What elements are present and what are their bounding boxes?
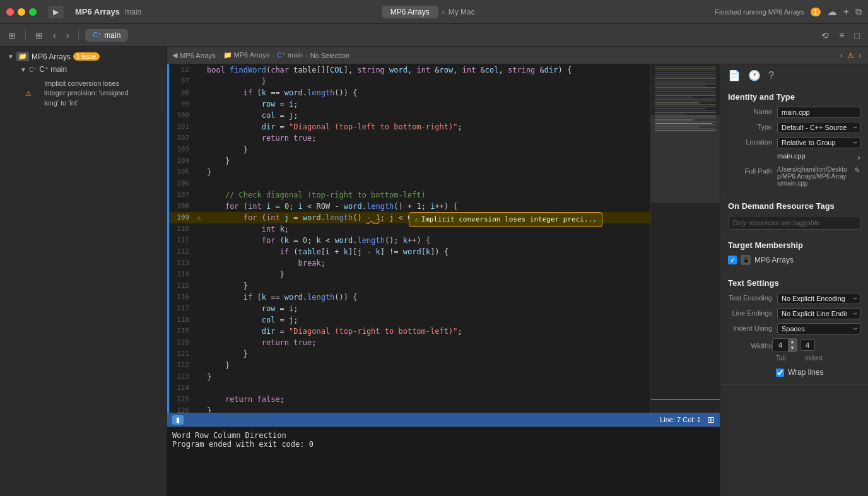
inspector-target-title: Target Membership	[728, 240, 860, 250]
code-line-106: 106	[169, 178, 650, 189]
inspector-col-labels: Tab Indent	[728, 355, 860, 362]
inspector-type-row: Type Default - C++ Source	[728, 122, 860, 133]
inspector-encoding-row: Text Encoding No Explicit Encoding	[728, 293, 860, 304]
tab-stepper[interactable]: ▲ ▼	[772, 338, 797, 352]
active-tab-button[interactable]: C⁺ main	[85, 29, 128, 42]
project-collapse-icon: ▼	[8, 53, 14, 60]
window-control[interactable]: ⧉	[855, 6, 862, 17]
project-name: MP6 Arrays	[32, 52, 71, 61]
status-text: Finished running MP6 Arrays	[715, 8, 804, 16]
inspector-target-section: Target Membership ✓ 📱 MP6 Arrays	[720, 235, 868, 273]
inspector-tab-bar: 📄 🕐 ?	[720, 64, 868, 87]
tab-up-button[interactable]: ▲	[788, 339, 797, 345]
tab-mac[interactable]: My Mac	[449, 8, 475, 16]
minimize-button[interactable]	[18, 8, 25, 16]
terminal[interactable]: Word Row Column Direction Program ended …	[167, 427, 720, 496]
sidebar: ▼ 📁 MP6 Arrays 1 issue ▼ C⁺ C⁺ main ⚠ Im…	[0, 47, 167, 496]
code-line-104: 104 }	[169, 155, 650, 167]
code-editor[interactable]: 52 bool findWord(char table[][COL], stri…	[169, 64, 650, 413]
inspector-file-tab[interactable]: 📄	[725, 67, 743, 84]
inspector-indent-select[interactable]: Spaces	[777, 323, 860, 334]
target-icon: 📱	[741, 255, 751, 265]
nav-forward-button[interactable]: ›	[63, 28, 73, 42]
tab-down-button[interactable]: ▼	[788, 345, 797, 351]
inspector-encoding-select[interactable]: No Explicit Encoding	[777, 293, 860, 304]
inspector-indent-row: Indent Using Spaces	[728, 323, 860, 334]
editor-panel-row: 52 bool findWord(char table[][COL], stri…	[167, 64, 868, 496]
issue-badge: 1 issue	[73, 52, 100, 61]
breadcrumb-sep-3: ›	[305, 52, 308, 59]
file-tree: ▼ C⁺ C⁺ main ⚠ Implicit conversion loses…	[5, 62, 161, 113]
code-line-115: 115 }	[169, 280, 650, 292]
inspector-tags-section: On Demand Resource Tags Only resources a…	[720, 196, 868, 235]
project-title: MP6 Arrays	[75, 7, 120, 16]
inspector-widths-row: Widths ▲ ▼	[728, 338, 860, 352]
inspector-location-select[interactable]: Relative to Group	[777, 137, 860, 148]
inspector-help-tab[interactable]: ?	[766, 67, 777, 84]
indent-width-input[interactable]	[800, 340, 815, 351]
split-button[interactable]: ≡	[836, 28, 847, 42]
tab-mp6[interactable]: MP6 Arrays	[382, 6, 438, 18]
status-bar: ▮ Line: 7 Col: 1 ⊞	[167, 413, 720, 427]
inspector-encoding-select-wrapper: No Explicit Encoding	[777, 293, 860, 304]
tooltip-warning-icon: ⚠	[414, 214, 419, 225]
inspector-location-select-wrapper: Relative to Group	[777, 137, 860, 148]
sidebar-item-main[interactable]: ▼ C⁺ C⁺ main	[5, 64, 161, 75]
inspector-type-select[interactable]: Default - C++ Source	[777, 122, 860, 133]
gutter-52	[194, 64, 203, 76]
inspector-name-input[interactable]	[777, 107, 860, 118]
fullpath-edit-icon[interactable]: ✎	[854, 166, 860, 175]
breadcrumb-project[interactable]: MP6 Arrays	[180, 52, 216, 59]
breadcrumb-sep-1: ›	[218, 52, 221, 59]
add-tab-button[interactable]: +	[843, 6, 849, 18]
warning-count-badge[interactable]: 1	[811, 8, 821, 16]
inspector-tags-title: On Demand Resource Tags	[728, 201, 860, 211]
wrap-lines-checkbox[interactable]	[776, 369, 784, 377]
close-button[interactable]	[6, 8, 14, 16]
inspector-name-label: Name	[728, 107, 772, 115]
inspector-history-tab[interactable]: 🕐	[746, 67, 763, 84]
run-button[interactable]: ▶	[48, 6, 64, 18]
titlebar-right: Finished running MP6 Arrays 1 ☁ + ⧉	[715, 6, 862, 18]
target-checkbox[interactable]: ✓	[728, 256, 737, 264]
inspector-button[interactable]: □	[852, 28, 863, 42]
tab-lang-icon: C⁺	[93, 31, 102, 39]
target-name: MP6 Arrays	[754, 256, 794, 264]
tab-width-input[interactable]	[773, 340, 788, 350]
inspector-fullpath-row: Full Path /Users/cjhamilton/Desktop/MP6 …	[728, 166, 860, 187]
project-subtitle: main	[125, 8, 141, 16]
maximize-button[interactable]	[29, 8, 37, 16]
inspector-location-sub-label	[728, 152, 772, 153]
inspector-indent-label: Indent Using	[728, 323, 772, 332]
code-editor-inner: 52 bool findWord(char table[][COL], stri…	[167, 64, 720, 413]
breadcrumb-file[interactable]: C⁺ main	[277, 51, 303, 59]
code-line-99: 99 row = i;	[169, 98, 650, 110]
breadcrumb-forward-button[interactable]: ›	[857, 50, 863, 61]
inspector-endings-select[interactable]: No Explicit Line Endings	[777, 308, 860, 319]
code-line-112: 112 if (table[i + k][j - k] != word[k]) …	[169, 246, 650, 257]
warning-message: Implicit conversion loses integer precis…	[34, 76, 151, 110]
file-collapse-icon: ▼	[20, 66, 26, 73]
code-line-113: 113 break;	[169, 257, 650, 269]
sidebar-toggle-button[interactable]: ⊞	[5, 28, 19, 42]
inspector-grid-button[interactable]: ⊞	[32, 28, 46, 42]
traffic-lights	[6, 8, 37, 16]
breadcrumb-bar: ◀ MP6 Arrays › 📁 MP6 Arrays › C⁺ main › …	[167, 47, 868, 64]
code-line-102: 102 return true;	[169, 133, 650, 144]
edit-icon[interactable]: ›	[857, 152, 860, 162]
inspector-endings-row: Line Endings No Explicit Line Endings	[728, 308, 860, 319]
main-area: ▼ 📁 MP6 Arrays 1 issue ▼ C⁺ C⁺ main ⚠ Im…	[0, 47, 868, 496]
minimap-warning-bar	[651, 399, 720, 400]
tab-label: Tab	[776, 355, 786, 362]
code-line-120: 120 return true;	[169, 337, 650, 348]
nav-back-button[interactable]: ‹	[50, 28, 59, 42]
code-line-103: 103 }	[169, 144, 650, 155]
titlebar: ▶ MP6 Arrays main MP6 Arrays › My Mac Fi…	[0, 0, 868, 24]
breadcrumb-back-button[interactable]: ‹	[838, 50, 845, 61]
refresh-button[interactable]: ⟲	[818, 28, 832, 42]
project-row[interactable]: ▼ 📁 MP6 Arrays 1 issue	[5, 50, 161, 62]
sidebar-warning-item[interactable]: ⚠ Implicit conversion loses integer prec…	[5, 75, 161, 112]
warning-triangle-icon: ⚠	[25, 90, 32, 98]
breadcrumb-folder[interactable]: 📁 MP6 Arrays	[223, 51, 270, 59]
inspector-location-value: main.cpp	[777, 152, 852, 160]
